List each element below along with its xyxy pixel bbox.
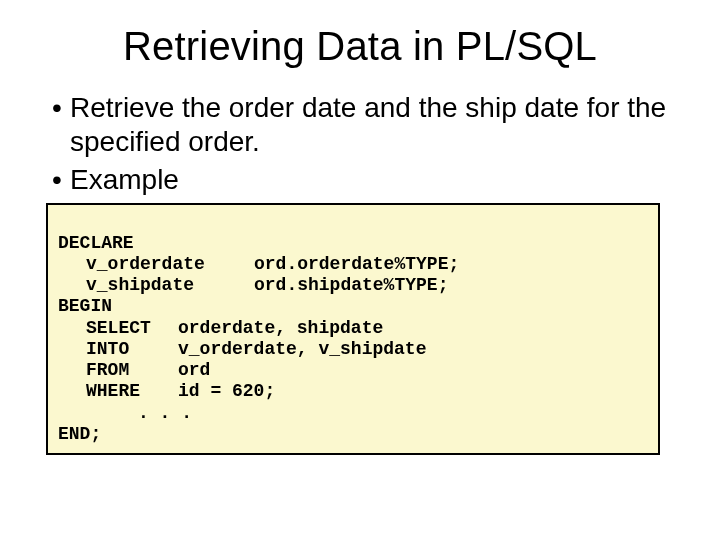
code-example: DECLARE v_orderdateord.orderdate%TYPE; v… <box>46 203 660 455</box>
code-indent: WHEREid = 620; <box>58 381 275 402</box>
code-where-kw: WHERE <box>86 381 178 402</box>
code-from-tbl: ord <box>178 360 210 380</box>
code-indent: v_shipdateord.shipdate%TYPE; <box>58 275 448 296</box>
code-indent: INTOv_orderdate, v_shipdate <box>58 339 426 360</box>
code-indent: FROMord <box>58 360 210 381</box>
code-end-kw: END; <box>58 424 101 444</box>
code-var2-type: ord.shipdate%TYPE; <box>254 275 448 295</box>
code-select-kw: SELECT <box>86 318 178 339</box>
code-var1-type: ord.orderdate%TYPE; <box>254 254 459 274</box>
code-ellipsis: . . . <box>58 403 192 424</box>
code-from-kw: FROM <box>86 360 178 381</box>
code-into-kw: INTO <box>86 339 178 360</box>
code-declare-kw: DECLARE <box>58 233 134 253</box>
bullet-item: Retrieve the order date and the ship dat… <box>52 91 674 159</box>
code-select-cols: orderdate, shipdate <box>178 318 383 338</box>
code-var1-name: v_orderdate <box>86 254 254 275</box>
bullet-item: Example <box>52 163 674 197</box>
code-indent: SELECTorderdate, shipdate <box>58 318 383 339</box>
code-indent: v_orderdateord.orderdate%TYPE; <box>58 254 459 275</box>
slide-title: Retrieving Data in PL/SQL <box>36 24 684 69</box>
code-into-vars: v_orderdate, v_shipdate <box>178 339 426 359</box>
slide-body: Retrieve the order date and the ship dat… <box>52 91 674 197</box>
slide: Retrieving Data in PL/SQL Retrieve the o… <box>0 0 720 540</box>
code-begin-kw: BEGIN <box>58 296 112 316</box>
code-var2-name: v_shipdate <box>86 275 254 296</box>
code-where-cond: id = 620; <box>178 381 275 401</box>
